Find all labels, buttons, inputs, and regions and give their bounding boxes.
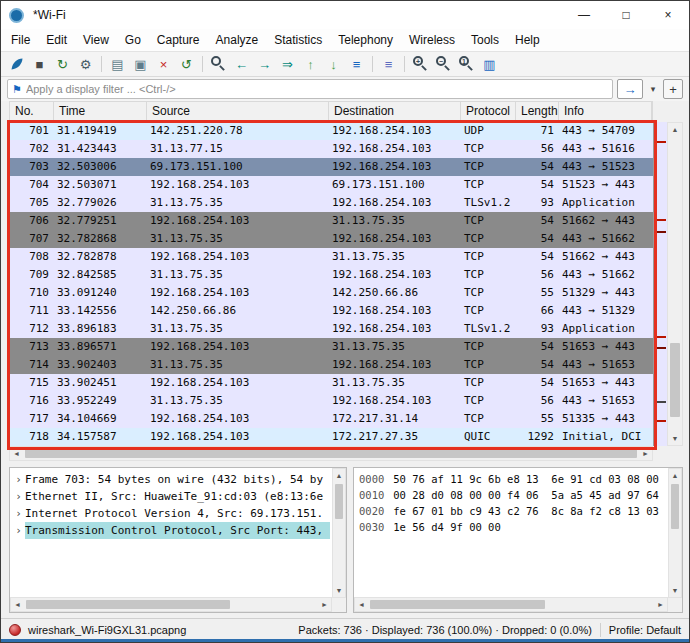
hex-line[interactable]: 00301e 56 d4 9f 00 00 xyxy=(356,519,666,535)
packet-row-708[interactable]: 70832.782878192.168.254.10331.13.75.35TC… xyxy=(9,248,653,266)
restart-capture-icon[interactable]: ↻ xyxy=(51,53,74,75)
scroll-up-icon[interactable]: ▲ xyxy=(669,469,681,482)
packet-row-715[interactable]: 71533.902451192.168.254.10331.13.75.35TC… xyxy=(9,374,653,392)
find-packet-icon[interactable] xyxy=(207,53,230,75)
scroll-left-icon[interactable]: ◄ xyxy=(10,447,23,460)
packet-row-709[interactable]: 70932.84258531.13.75.35192.168.254.103TC… xyxy=(9,266,653,284)
packet-list-vertical-scrollbar[interactable]: ▲ ▼ xyxy=(667,122,683,446)
open-file-icon[interactable]: ▤ xyxy=(106,53,129,75)
packet-row-701[interactable]: 70131.419419142.251.220.78192.168.254.10… xyxy=(9,122,653,140)
scroll-right-icon[interactable]: ► xyxy=(639,447,652,460)
menu-item-capture[interactable]: Capture xyxy=(149,29,208,51)
column-header-source[interactable]: Source xyxy=(147,102,329,121)
first-packet-icon[interactable]: ↑ xyxy=(299,53,322,75)
packet-row-703[interactable]: 70332.50300669.173.151.100192.168.254.10… xyxy=(9,158,653,176)
zoom-out-icon[interactable]: − xyxy=(432,53,455,75)
goto-packet-icon[interactable]: ⇒ xyxy=(276,53,299,75)
scrollbar-thumb[interactable] xyxy=(335,484,343,519)
filter-dropdown-icon[interactable]: ▾ xyxy=(647,84,659,94)
menu-item-analyze[interactable]: Analyze xyxy=(208,29,267,51)
menu-item-tools[interactable]: Tools xyxy=(463,29,507,51)
minimap[interactable] xyxy=(653,122,667,446)
reload-file-icon[interactable]: ↺ xyxy=(175,53,198,75)
column-header-destination[interactable]: Destination xyxy=(329,102,461,121)
close-file-icon[interactable]: × xyxy=(152,53,175,75)
menu-item-statistics[interactable]: Statistics xyxy=(266,29,330,51)
save-file-icon[interactable]: ▣ xyxy=(129,53,152,75)
hex-line[interactable]: 0020fe 67 01 bb c9 43 c2 76 8c 8a f2 c8 … xyxy=(356,503,666,519)
packet-row-711[interactable]: 71133.142556142.250.66.86192.168.254.103… xyxy=(9,302,653,320)
apply-filter-button[interactable]: → xyxy=(617,79,643,99)
packet-row-714[interactable]: 71433.90240331.13.75.35192.168.254.103TC… xyxy=(9,356,653,374)
resize-columns-icon[interactable]: ▥ xyxy=(478,53,501,75)
profile-label[interactable]: Profile: Default xyxy=(609,624,681,636)
packet-row-718[interactable]: 71834.157587192.168.254.103172.217.27.35… xyxy=(9,428,653,446)
column-header-info[interactable]: Info xyxy=(559,102,652,121)
filter-bookmark-icon[interactable]: ⚑ xyxy=(12,83,22,96)
scroll-left-icon[interactable]: ◄ xyxy=(355,598,368,611)
stop-capture-icon[interactable]: ■ xyxy=(28,53,51,75)
menu-item-view[interactable]: View xyxy=(75,29,117,51)
packet-row-712[interactable]: 71233.89618331.13.75.35192.168.254.103TL… xyxy=(9,320,653,338)
column-header-length[interactable]: Length xyxy=(516,102,559,121)
expander-icon[interactable]: › xyxy=(12,505,25,522)
details-horizontal-scrollbar[interactable]: ◄ ► xyxy=(10,597,332,612)
packet-row-707[interactable]: 70732.78286831.13.75.35192.168.254.103TC… xyxy=(9,230,653,248)
detail-line[interactable]: ›Frame 703: 54 bytes on wire (432 bits),… xyxy=(12,471,330,488)
menu-item-wireless[interactable]: Wireless xyxy=(401,29,463,51)
start-capture-icon[interactable] xyxy=(5,53,28,75)
expander-icon[interactable]: › xyxy=(12,488,25,505)
last-packet-icon[interactable]: ↓ xyxy=(322,53,345,75)
autoscroll-icon[interactable]: ≡ xyxy=(345,53,368,75)
menu-item-edit[interactable]: Edit xyxy=(38,29,75,51)
hex-line[interactable]: 000050 76 af 11 9c 6b e8 13 6e 91 cd 03 … xyxy=(356,471,666,487)
scrollbar-thumb[interactable] xyxy=(25,449,637,458)
scrollbar-track[interactable] xyxy=(333,482,345,584)
scroll-right-icon[interactable]: ► xyxy=(654,598,667,611)
column-header-no[interactable]: No. xyxy=(10,102,54,121)
scrollbar-thumb[interactable] xyxy=(671,484,679,529)
hex-horizontal-scrollbar[interactable]: ◄ ► xyxy=(354,597,668,612)
scroll-left-icon[interactable]: ◄ xyxy=(11,598,24,611)
scroll-down-icon[interactable]: ▼ xyxy=(333,584,345,597)
maximize-button[interactable]: □ xyxy=(605,1,647,29)
packet-row-710[interactable]: 71033.091240192.168.254.103142.250.66.86… xyxy=(9,284,653,302)
close-button[interactable]: × xyxy=(647,1,689,29)
display-filter-input[interactable] xyxy=(26,83,608,95)
scrollbar-track[interactable] xyxy=(23,447,639,460)
scrollbar-thumb[interactable] xyxy=(26,600,230,609)
detail-line[interactable]: ›Internet Protocol Version 4, Src: 69.17… xyxy=(12,505,330,522)
zoom-in-icon[interactable]: + xyxy=(409,53,432,75)
scroll-right-icon[interactable]: ► xyxy=(318,598,331,611)
capture-options-icon[interactable]: ⚙ xyxy=(74,53,97,75)
packet-row-706[interactable]: 70632.779251192.168.254.10331.13.75.35TC… xyxy=(9,212,653,230)
packet-row-704[interactable]: 70432.503071192.168.254.10369.173.151.10… xyxy=(9,176,653,194)
scrollbar-track[interactable] xyxy=(24,598,318,611)
hex-vertical-scrollbar[interactable]: ▲ ▼ xyxy=(668,468,682,598)
display-filter-field[interactable]: ⚑ xyxy=(7,79,613,99)
scroll-down-icon[interactable]: ▼ xyxy=(668,432,682,445)
detail-line[interactable]: ›Transmission Control Protocol, Src Port… xyxy=(12,522,330,539)
expander-icon[interactable]: › xyxy=(12,471,25,488)
detail-line[interactable]: ›Ethernet II, Src: HuaweiTe_91:cd:03 (e8… xyxy=(12,488,330,505)
scroll-up-icon[interactable]: ▲ xyxy=(333,469,345,482)
menu-item-go[interactable]: Go xyxy=(117,29,149,51)
scrollbar-thumb[interactable] xyxy=(370,600,545,609)
column-header-protocol[interactable]: Protocol xyxy=(461,102,516,121)
scrollbar-thumb[interactable] xyxy=(670,343,680,417)
packet-row-702[interactable]: 70231.42344331.13.77.15192.168.254.103TC… xyxy=(9,140,653,158)
scroll-down-icon[interactable]: ▼ xyxy=(669,584,681,597)
menu-item-telephony[interactable]: Telephony xyxy=(330,29,401,51)
scrollbar-track[interactable] xyxy=(368,598,654,611)
capture-filename[interactable]: wireshark_Wi-Fi9GXL31.pcapng xyxy=(28,624,186,636)
menu-item-help[interactable]: Help xyxy=(507,29,548,51)
expert-info-icon[interactable] xyxy=(9,624,21,636)
hex-line[interactable]: 001000 28 d0 08 00 00 f4 06 5a a5 45 ad … xyxy=(356,487,666,503)
menu-item-file[interactable]: File xyxy=(3,29,38,51)
add-filter-button[interactable]: + xyxy=(663,79,683,99)
packet-row-716[interactable]: 71633.95224931.13.75.35192.168.254.103TC… xyxy=(9,392,653,410)
details-vertical-scrollbar[interactable]: ▲ ▼ xyxy=(332,468,346,598)
column-header-time[interactable]: Time xyxy=(54,102,147,121)
zoom-original-icon[interactable]: 1 xyxy=(455,53,478,75)
scrollbar-track[interactable] xyxy=(668,136,682,432)
